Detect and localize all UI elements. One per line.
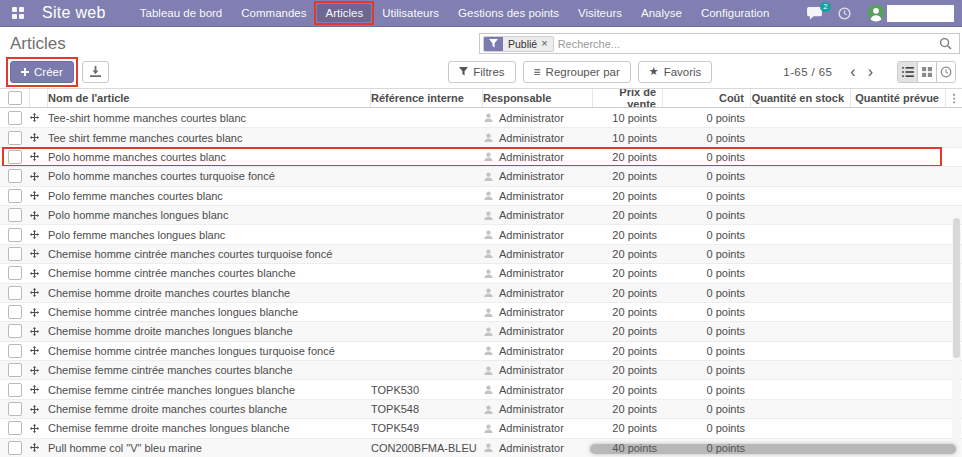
column-header-qty-stock[interactable]: Quantité en stock <box>751 89 851 107</box>
drag-handle-icon[interactable] <box>30 366 48 375</box>
table-row[interactable]: Polo femme manches courtes blancAdminist… <box>0 186 962 205</box>
user-avatar[interactable] <box>867 4 885 22</box>
drag-handle-icon[interactable] <box>30 346 48 355</box>
article-name: Polo homme manches courtes turquoise fon… <box>48 170 371 182</box>
drag-handle-icon[interactable] <box>30 133 48 142</box>
table-row[interactable]: Polo femme manches longues blancAdminist… <box>0 224 962 243</box>
facet-remove-icon[interactable]: × <box>541 38 547 49</box>
drag-handle-icon[interactable] <box>30 211 48 220</box>
column-header-price[interactable]: Prix de vente <box>593 89 663 107</box>
table-row[interactable]: Chemise homme droite manches courtes bla… <box>0 283 962 302</box>
column-options-icon[interactable]: ⋮ <box>949 93 960 104</box>
plus-icon <box>21 68 29 76</box>
row-checkbox[interactable] <box>8 363 22 377</box>
drag-handle-icon[interactable] <box>30 113 48 122</box>
drag-handle-icon[interactable] <box>30 269 48 278</box>
nav-item-utilisateurs[interactable]: Utilisateurs <box>374 4 447 22</box>
column-header-qty-forecast[interactable]: Quantité prévue <box>851 89 946 107</box>
table-row[interactable]: Chemise femme cintrée manches longues bl… <box>0 379 962 398</box>
sale-price: 20 points <box>593 267 663 279</box>
activity-clock-icon[interactable] <box>838 7 851 20</box>
row-checkbox[interactable] <box>8 189 22 203</box>
app-brand[interactable]: Site web <box>42 4 106 22</box>
top-bar: Site web Tableau de bordCommandesArticle… <box>0 0 962 27</box>
table-row[interactable]: Polo homme manches courtes turquoise fon… <box>0 166 962 185</box>
row-checkbox[interactable] <box>8 421 22 435</box>
row-checkbox[interactable] <box>8 111 22 125</box>
select-all-checkbox[interactable] <box>8 91 22 105</box>
table-row[interactable]: Chemise homme cintrée manches longues tu… <box>0 341 962 360</box>
nav-item-visiteurs[interactable]: Visiteurs <box>570 4 630 22</box>
nav-item-gestions-des-points[interactable]: Gestions des points <box>450 4 567 22</box>
table-row[interactable]: Chemise femme cintrée manches courtes bl… <box>0 360 962 379</box>
create-button[interactable]: Créer <box>10 61 74 83</box>
pager-next[interactable]: › <box>862 64 879 80</box>
select-all-cell <box>0 89 30 107</box>
row-checkbox[interactable] <box>8 169 22 183</box>
drag-handle-icon[interactable] <box>30 308 48 317</box>
drag-handle-icon[interactable] <box>30 152 48 161</box>
row-checkbox[interactable] <box>8 305 22 319</box>
row-checkbox[interactable] <box>8 286 22 300</box>
row-checkbox[interactable] <box>8 150 22 164</box>
drag-handle-icon[interactable] <box>30 424 48 433</box>
row-checkbox[interactable] <box>8 402 22 416</box>
drag-handle-icon[interactable] <box>30 443 48 452</box>
row-checkbox[interactable] <box>8 228 22 242</box>
nav-item-articles[interactable]: Articles <box>317 4 371 22</box>
kanban-view-button[interactable] <box>917 62 936 82</box>
table-row[interactable]: Chemise femme droite manches longues bla… <box>0 418 962 437</box>
nav-item-analyse[interactable]: Analyse <box>633 4 690 22</box>
sale-price: 20 points <box>593 248 663 260</box>
column-header-reference[interactable]: Référence interne <box>371 89 483 107</box>
nav-item-commandes[interactable]: Commandes <box>233 4 314 22</box>
responsible-name: Administrator <box>499 151 564 163</box>
export-button[interactable] <box>82 61 109 83</box>
row-checkbox[interactable] <box>8 208 22 222</box>
drag-handle-icon[interactable] <box>30 405 48 414</box>
column-header-responsible[interactable]: Responsable <box>483 89 593 107</box>
sale-price: 20 points <box>593 325 663 337</box>
drag-handle-icon[interactable] <box>30 385 48 394</box>
row-checkbox-cell <box>0 363 30 377</box>
vertical-scrollbar[interactable] <box>952 218 961 457</box>
pager-previous[interactable]: ‹ <box>844 64 861 80</box>
row-checkbox[interactable] <box>8 383 22 397</box>
nav-item-tableau-de-bord[interactable]: Tableau de bord <box>132 4 230 22</box>
table-row[interactable]: Tee-shirt homme manches courtes blancAdm… <box>0 108 962 127</box>
table-row[interactable]: Chemise homme cintrée manches longues bl… <box>0 302 962 321</box>
column-header-cost[interactable]: Coût <box>663 89 751 107</box>
activity-view-button[interactable] <box>936 62 955 82</box>
group-by-button[interactable]: ≡ Regrouper par <box>523 61 631 83</box>
apps-menu-icon[interactable] <box>12 7 24 19</box>
row-checkbox[interactable] <box>8 131 22 145</box>
row-checkbox[interactable] <box>8 266 22 280</box>
horizontal-scrollbar-overlay[interactable] <box>590 444 956 454</box>
favorites-button[interactable]: ★ Favoris <box>638 61 713 83</box>
column-header-name[interactable]: Nom de l'article <box>48 89 371 107</box>
nav-item-configuration[interactable]: Configuration <box>693 4 777 22</box>
list-view-button[interactable] <box>898 62 917 82</box>
table-row[interactable]: Chemise femme droite manches courtes bla… <box>0 399 962 418</box>
table-row[interactable]: Chemise homme cintrée manches courtes bl… <box>0 263 962 282</box>
row-checkbox[interactable] <box>8 344 22 358</box>
drag-handle-icon[interactable] <box>30 249 48 258</box>
table-row[interactable]: Polo homme manches longues blancAdminist… <box>0 205 962 224</box>
row-checkbox[interactable] <box>8 247 22 261</box>
drag-handle-icon[interactable] <box>30 327 48 336</box>
drag-handle-icon[interactable] <box>30 191 48 200</box>
messages-icon[interactable]: 2 <box>807 7 822 20</box>
row-checkbox[interactable] <box>8 324 22 338</box>
table-row[interactable]: Polo homme manches courtes blancAdminist… <box>0 147 962 166</box>
drag-handle-icon[interactable] <box>30 288 48 297</box>
filters-button[interactable]: Filtres <box>448 61 515 83</box>
table-row[interactable]: Chemise homme cintrée manches courtes tu… <box>0 244 962 263</box>
table-row[interactable]: Chemise homme droite manches longues bla… <box>0 321 962 340</box>
drag-handle-icon[interactable] <box>30 172 48 181</box>
drag-handle-icon[interactable] <box>30 230 48 239</box>
search-input[interactable] <box>554 38 935 50</box>
row-checkbox[interactable] <box>8 441 22 455</box>
user-name-redacted[interactable] <box>887 5 954 22</box>
table-row[interactable]: Tee shirt femme manches courtes blancAdm… <box>0 127 962 146</box>
vertical-scrollbar-thumb[interactable] <box>953 218 960 358</box>
